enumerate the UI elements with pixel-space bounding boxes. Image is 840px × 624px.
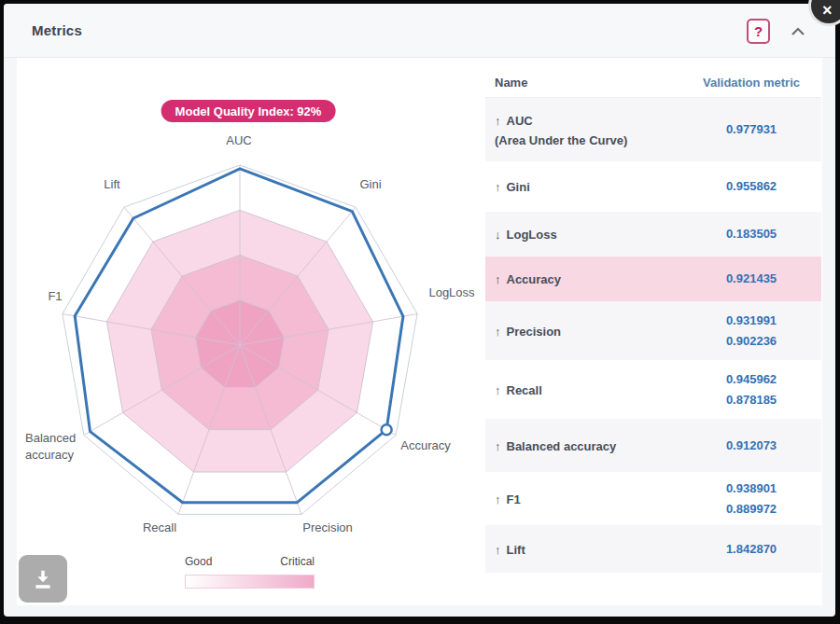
metric-value: 0.902236	[681, 331, 821, 352]
table-row-logloss[interactable]: ↓LogLoss 0.183505	[485, 212, 821, 257]
metric-name: Balanced accuracy	[507, 439, 617, 453]
panel-header: Metrics ?	[4, 4, 835, 58]
table-header: Name Validation metric	[485, 58, 821, 98]
higher-better-icon: ↑	[495, 492, 501, 506]
metric-name: Recall	[507, 383, 542, 397]
table-row-lift[interactable]: ↑Lift 1.842870	[485, 525, 821, 573]
axis-label-balanced-accuracy: Balanced accuracy	[25, 430, 102, 464]
metric-value: 0.955862	[681, 176, 821, 197]
higher-better-icon: ↑	[495, 114, 501, 128]
question-mark-icon: ?	[754, 23, 763, 39]
metric-name: Precision	[507, 325, 562, 339]
metric-value: 1.842870	[681, 539, 821, 560]
download-button[interactable]	[19, 555, 67, 603]
table-row-accuracy[interactable]: ↑Accuracy 0.921435	[485, 257, 821, 301]
axis-label-accuracy: Accuracy	[400, 438, 450, 452]
higher-better-icon: ↑	[495, 272, 501, 286]
radar-chart: Model Quality Index: 92% AUC Gini LogLos…	[17, 58, 485, 605]
chevron-up-icon	[791, 26, 805, 37]
metric-value: 0.889972	[681, 499, 821, 520]
metric-value: 0.921435	[681, 269, 821, 289]
metrics-table: Name Validation metric ↑AUC (Area Under …	[485, 58, 821, 573]
help-button[interactable]: ?	[747, 19, 770, 44]
collapse-button[interactable]	[791, 24, 805, 35]
download-icon	[31, 567, 55, 591]
metric-value: 0.938901	[681, 478, 821, 499]
metric-name: AUC	[507, 114, 533, 128]
table-row-auc[interactable]: ↑AUC (Area Under the Curve) 0.977931	[485, 98, 821, 161]
metrics-card: Model Quality Index: 92% AUC Gini LogLos…	[17, 58, 822, 605]
axis-label-auc: AUC	[226, 133, 251, 147]
column-header-validation-metric: Validation metric	[681, 76, 821, 90]
higher-better-icon: ↑	[495, 180, 501, 194]
metric-value: 0.183505	[681, 224, 821, 244]
metric-name: F1	[507, 492, 521, 506]
higher-better-icon: ↑	[495, 383, 501, 397]
metric-value: 0.878185	[681, 390, 821, 410]
axis-label-lift: Lift	[104, 177, 119, 191]
model-quality-badge: Model Quality Index: 92%	[161, 100, 336, 122]
metric-value: 0.977931	[681, 119, 821, 140]
table-row-recall[interactable]: ↑Recall 0.945962 0.878185	[485, 360, 821, 419]
higher-better-icon: ↑	[495, 439, 501, 453]
table-row-precision[interactable]: ↑Precision 0.931991 0.902236	[485, 301, 821, 360]
metric-value: 0.912073	[681, 436, 821, 456]
column-header-name: Name	[485, 76, 681, 90]
quality-legend: Good Critical	[185, 555, 315, 589]
axis-label-precision: Precision	[302, 520, 352, 534]
axis-label-logloss: LogLoss	[428, 285, 474, 299]
metric-value: 0.931991	[681, 311, 821, 331]
metric-name: Gini	[507, 180, 530, 194]
metric-name: LogLoss	[507, 228, 557, 242]
higher-better-icon: ↑	[495, 543, 501, 557]
metric-name-sub: (Area Under the Curve)	[495, 133, 681, 147]
legend-critical-label: Critical	[280, 555, 315, 568]
panel-title: Metrics	[32, 22, 82, 38]
axis-label-recall: Recall	[143, 520, 176, 534]
table-row-f1[interactable]: ↑F1 0.938901 0.889972	[485, 472, 821, 525]
legend-gradient-bar	[185, 575, 315, 589]
axis-label-gini: Gini	[359, 177, 381, 191]
lower-better-icon: ↓	[495, 228, 501, 242]
higher-better-icon: ↑	[495, 325, 501, 339]
axis-label-f1: F1	[48, 289, 62, 303]
legend-good-label: Good	[185, 555, 212, 568]
table-row-balanced-accuracy[interactable]: ↑Balanced accuracy 0.912073	[485, 419, 821, 472]
close-icon: ×	[822, 1, 833, 21]
metric-value: 0.945962	[681, 369, 821, 390]
metric-name: Accuracy	[507, 272, 562, 286]
metrics-panel: Metrics ? Model Quality Index: 92% AUC G…	[4, 4, 835, 617]
table-row-gini[interactable]: ↑Gini 0.955862	[485, 161, 821, 212]
metric-name: Lift	[507, 543, 525, 557]
